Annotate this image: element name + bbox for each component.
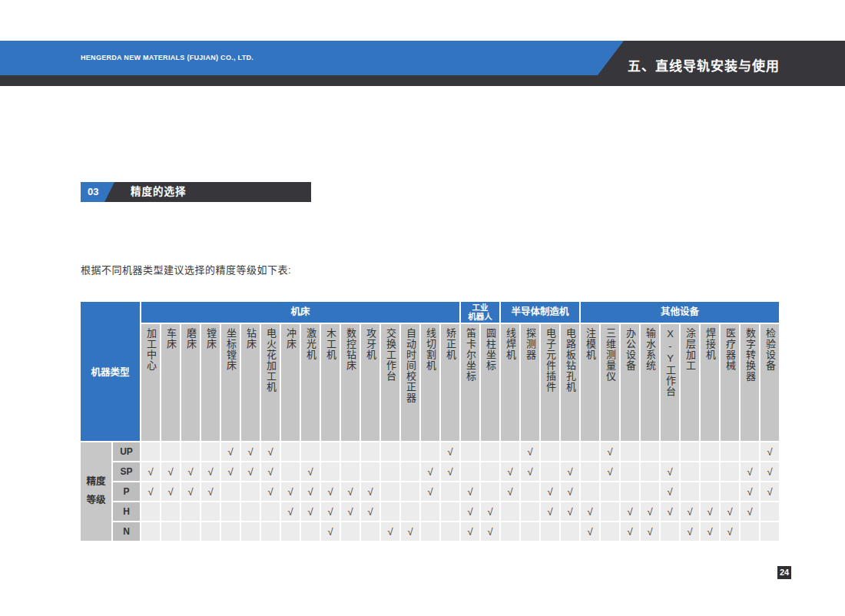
matrix-cell: √ [261,482,280,501]
matrix-cell [721,482,739,501]
matrix-cell [301,442,320,461]
column-header: 加工中心 [141,324,160,441]
matrix-cell [521,502,539,521]
matrix-cell: √ [141,482,160,501]
group-header: 机床 [141,302,459,323]
matrix-cell: √ [621,522,639,541]
matrix-cell: √ [521,462,539,481]
matrix-cell [201,442,220,461]
matrix-cell [760,522,779,541]
matrix-cell [181,522,200,541]
matrix-cell [281,442,300,461]
matrix-cell [161,502,180,521]
matrix-cell [441,482,459,501]
matrix-cell [601,482,619,501]
matrix-cell: √ [301,502,320,521]
matrix-cell [381,502,399,521]
grade-label: SP [113,462,140,481]
column-header: 冲床 [281,324,300,441]
matrix-cell [281,462,300,481]
matrix-cell: √ [741,482,759,501]
matrix-cell: √ [581,522,599,541]
column-header: 攻牙机 [361,324,379,441]
matrix-cell: √ [760,462,779,481]
matrix-cell: √ [381,522,399,541]
column-header: 涂层加工 [681,324,699,441]
matrix-cell: √ [421,462,439,481]
matrix-cell: √ [201,482,220,501]
matrix-cell: √ [181,482,200,501]
matrix-cell: √ [760,482,779,501]
column-header: 数字转换器 [741,324,759,441]
matrix-cell [401,442,419,461]
matrix-cell [381,442,399,461]
matrix-cell [141,502,160,521]
matrix-cell [341,522,360,541]
matrix-cell: √ [201,462,220,481]
matrix-cell [241,502,260,521]
column-header: 电子元件插件 [541,324,559,441]
matrix-cell: √ [521,442,539,461]
matrix-cell [361,522,379,541]
matrix-cell: √ [261,442,280,461]
matrix-cell [661,522,679,541]
matrix-cell [501,522,519,541]
matrix-cell: √ [321,522,340,541]
intro-text: 根据不同机器类型建议选择的精度等级如下表: [81,262,291,277]
grade-label: N [113,522,140,541]
matrix-cell: √ [301,482,320,501]
corner-cell-machine-type: 机器类型 [81,302,140,441]
column-header: 电路板钻孔机 [561,324,579,441]
column-header: 车床 [161,324,180,441]
matrix-cell [721,462,739,481]
matrix-cell [561,522,579,541]
matrix-cell: √ [261,462,280,481]
matrix-cell: √ [281,482,300,501]
column-header: 圆柱坐标 [481,324,499,441]
matrix-cell [760,502,779,521]
matrix-cell [501,502,519,521]
matrix-cell [641,442,659,461]
column-header: 交换工作台 [381,324,399,441]
matrix-cell: √ [541,482,559,501]
column-header: 检验设备 [760,324,779,441]
column-header: X-Y工作台 [661,324,679,441]
grade-label: H [113,502,140,521]
matrix-cell [701,462,719,481]
column-header: 矫正机 [441,324,459,441]
matrix-cell: √ [760,442,779,461]
matrix-cell: √ [621,502,639,521]
matrix-cell [481,482,499,501]
matrix-cell [221,482,240,501]
column-header: 焊接机 [701,324,719,441]
matrix-cell [641,482,659,501]
column-header: 木工机 [321,324,340,441]
matrix-cell [741,442,759,461]
matrix-cell [261,502,280,521]
column-header: 医疗器械 [721,324,739,441]
group-header: 其他设备 [581,302,779,323]
matrix-cell [381,482,399,501]
column-header: 输水系统 [641,324,659,441]
matrix-cell [181,502,200,521]
matrix-cell [241,482,260,501]
column-header: 办公设备 [621,324,639,441]
matrix-cell [621,442,639,461]
chapter-title: 五、直线导轨安装与使用 [628,55,780,75]
matrix-cell: √ [561,482,579,501]
matrix-cell: √ [641,502,659,521]
matrix-cell [561,442,579,461]
matrix-cell [441,502,459,521]
matrix-cell: √ [401,522,419,541]
matrix-cell [341,462,360,481]
matrix-cell: √ [461,482,479,501]
column-header: 线切割机 [421,324,439,441]
column-header: 自动时间校正器 [401,324,419,441]
matrix-cell: √ [561,502,579,521]
matrix-cell: √ [601,462,619,481]
matrix-cell: √ [701,522,719,541]
matrix-cell [501,442,519,461]
matrix-cell [681,462,699,481]
matrix-cell [241,522,260,541]
column-header: 磨床 [181,324,200,441]
